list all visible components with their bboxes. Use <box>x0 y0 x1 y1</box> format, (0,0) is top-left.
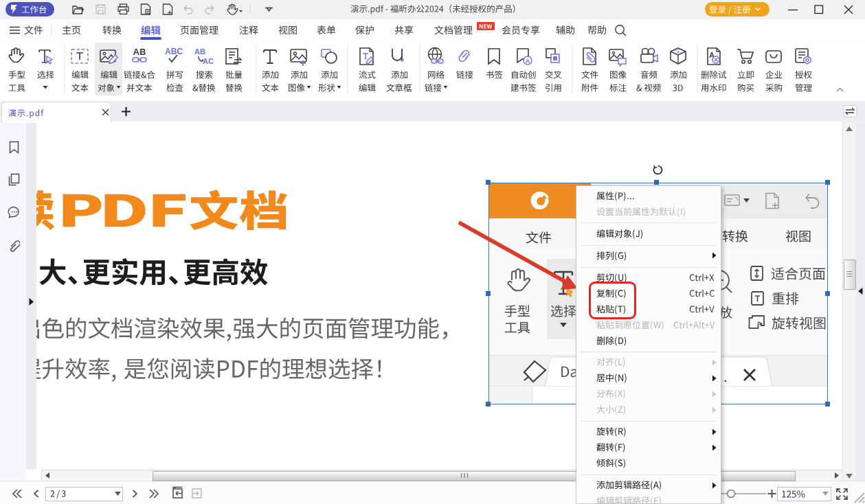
svg-text:A: A <box>526 58 530 65</box>
svg-text:AB: AB <box>133 47 146 57</box>
svg-text:AB: AB <box>194 47 205 56</box>
svg-text:AC: AC <box>203 57 214 65</box>
svg-text:ABC: ABC <box>165 47 183 56</box>
